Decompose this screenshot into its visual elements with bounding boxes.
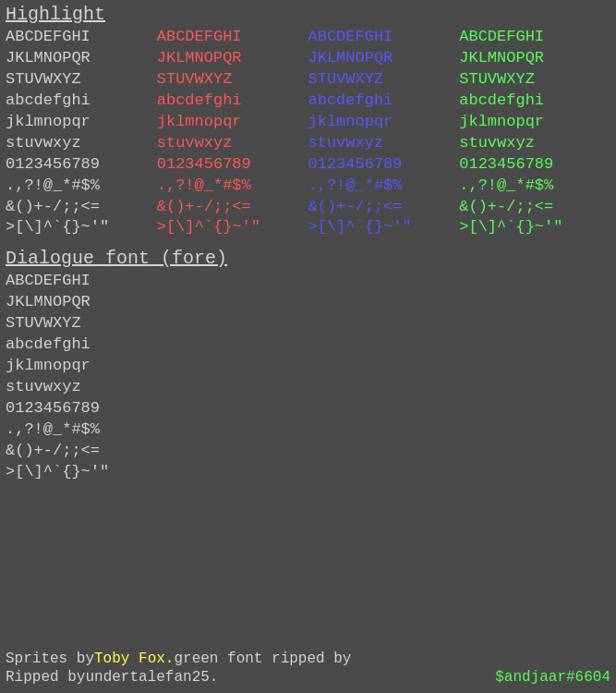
footer-author-undertalefan: undertalefan25.	[85, 669, 218, 686]
footer: Sprites by Toby Fox. green font ripped b…	[6, 650, 610, 686]
dialogue-section: Dialogue font (fore) ABCDEFGHI JKLMNOPQR…	[6, 248, 610, 482]
dialogue-col: ABCDEFGHI JKLMNOPQR STUVWXYZ abcdefghi j…	[6, 271, 610, 482]
highlight-title: Highlight	[6, 4, 610, 25]
highlight-col-green: ABCDEFGHI JKLMNOPQR STUVWXYZ abcdefghi j…	[459, 27, 610, 238]
footer-line2: Ripped by undertalefan25. $andjaar#6604	[6, 669, 610, 686]
footer-ripped-label: Ripped by	[6, 669, 85, 686]
highlight-col-red: ABCDEFGHI JKLMNOPQR STUVWXYZ abcdefghi j…	[157, 27, 308, 238]
footer-sprites-label: Sprites by	[6, 650, 94, 667]
footer-line1: Sprites by Toby Fox. green font ripped b…	[6, 650, 610, 667]
highlight-col-blue: ABCDEFGHI JKLMNOPQR STUVWXYZ abcdefghi j…	[308, 27, 460, 238]
highlight-col-white: ABCDEFGHI JKLMNOPQR STUVWXYZ abcdefghi j…	[6, 27, 157, 238]
highlight-grid: ABCDEFGHI JKLMNOPQR STUVWXYZ abcdefghi j…	[6, 27, 610, 238]
footer-sandjaar: $andjaar#6604	[495, 669, 610, 686]
highlight-section: Highlight ABCDEFGHI JKLMNOPQR STUVWXYZ a…	[6, 4, 610, 238]
dialogue-title: Dialogue font (fore)	[6, 248, 610, 269]
footer-author-toby: Toby Fox.	[94, 650, 174, 667]
footer-green-ripped-label: green font ripped by	[174, 650, 351, 667]
